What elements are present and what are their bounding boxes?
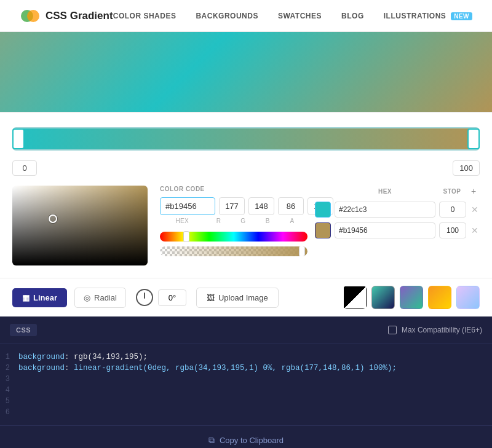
code-val-1: rgb(34,193,195); [74, 353, 148, 361]
radial-icon: ◎ [84, 293, 90, 302]
b-label: B [257, 218, 278, 224]
color-picker-row: COLOR CODE HEX R G B A [12, 186, 480, 265]
line-num-6: 6 [0, 408, 18, 417]
b-input[interactable] [278, 197, 304, 215]
alpha-slider[interactable] [160, 246, 308, 256]
slider-stop-right[interactable] [467, 128, 480, 149]
line-code-1: background: rgb(34,193,195); [18, 353, 148, 361]
stops-header: HEX STOP + [315, 186, 480, 197]
linear-label: Linear [33, 293, 57, 302]
line-code-3 [18, 375, 23, 383]
stop-swatch-2[interactable] [315, 222, 331, 238]
main-card: 0 100 COLOR CODE HEX R G B A [0, 112, 492, 278]
hue-thumb[interactable] [183, 231, 189, 242]
input-labels-row: HEX R G B A [160, 218, 303, 224]
line-num-3: 3 [0, 375, 18, 383]
range-end-label[interactable]: 100 [453, 160, 480, 176]
preset-thumb-4[interactable] [428, 286, 451, 309]
css-line-6: 6 [0, 407, 492, 418]
stop-value-2[interactable] [439, 222, 466, 238]
logo-icon [20, 6, 39, 26]
compat-checkbox[interactable] [388, 326, 397, 334]
new-badge: NEW [451, 12, 472, 20]
g-label: G [232, 218, 253, 224]
logo-link[interactable]: CSS Gradient [20, 6, 113, 26]
upload-image-button[interactable]: 🖼 Upload Image [196, 288, 279, 308]
stop-remove-1[interactable]: ✕ [470, 203, 480, 216]
preset-thumb-1[interactable] [343, 286, 367, 309]
copy-to-clipboard-button[interactable]: ⧉ Copy to Clipboard [208, 435, 284, 446]
linear-icon: ▦ [22, 293, 30, 302]
saturation-picker[interactable] [12, 186, 148, 265]
nav-blog[interactable]: BLOG [341, 12, 364, 20]
code-prop-2: background [18, 364, 65, 372]
stop-swatch-1[interactable] [315, 202, 331, 218]
line-code-5 [18, 397, 23, 406]
css-tab[interactable]: CSS [10, 324, 37, 336]
stop-row: ✕ [315, 202, 480, 218]
svg-point-1 [27, 10, 39, 22]
color-code-section: COLOR CODE HEX R G B A [160, 186, 303, 256]
preset-thumb-2[interactable] [371, 286, 395, 309]
color-inputs-row [160, 197, 303, 215]
hex-label: HEX [160, 218, 205, 224]
stop-remove-2[interactable]: ✕ [470, 224, 480, 237]
css-line-4: 4 [0, 385, 492, 396]
r-input[interactable] [219, 197, 245, 215]
line-num-5: 5 [0, 397, 18, 406]
logo-text: CSS Gradient [46, 10, 113, 22]
css-code-area: 1 background: rgb(34,193,195); 2 backgro… [0, 344, 492, 425]
preset-thumbnails [343, 286, 480, 309]
line-num-4: 4 [0, 386, 18, 395]
code-prop-1: background [18, 353, 65, 361]
hue-slider[interactable] [160, 232, 308, 242]
alpha-thumb[interactable] [299, 246, 305, 256]
hex-input[interactable] [160, 197, 215, 215]
stops-plus-col: + [467, 186, 480, 197]
slider-stop-left[interactable] [12, 128, 25, 149]
angle-input[interactable] [158, 289, 186, 306]
css-line-1: 1 background: rgb(34,193,195); [0, 352, 492, 363]
preset-thumb-3[interactable] [400, 286, 423, 309]
color-stops-section: HEX STOP + ✕ ✕ [315, 186, 480, 243]
saturation-cursor[interactable] [49, 214, 57, 223]
angle-circle[interactable] [136, 289, 153, 306]
range-start-label[interactable]: 0 [12, 160, 37, 176]
stops-stop-col-label: STOP [437, 188, 467, 195]
css-header: CSS Max Compatibility (IE6+) [0, 316, 492, 344]
add-stop-button[interactable]: + [471, 186, 476, 196]
nav-swatches[interactable]: SWATCHES [278, 12, 322, 20]
css-line-3: 3 [0, 374, 492, 385]
nav-color-shades[interactable]: COLOR SHADES [113, 12, 177, 20]
stops-hex-col-label: HEX [333, 188, 437, 195]
nav-illustrations[interactable]: ILLUSTRATIONS NEW [384, 12, 472, 20]
header: CSS Gradient COLOR SHADES BACKGROUNDS SW… [0, 0, 492, 32]
stop-row: ✕ [315, 222, 480, 238]
r-label: R [208, 218, 229, 224]
preset-thumb-5[interactable] [456, 286, 480, 309]
stop-hex-1[interactable] [335, 202, 435, 218]
range-labels: 0 100 [12, 160, 480, 176]
color-code-label: COLOR CODE [160, 186, 303, 192]
g-input[interactable] [248, 197, 274, 215]
max-compat-row: Max Compatibility (IE6+) [388, 326, 482, 334]
copy-label: Copy to Clipboard [220, 436, 284, 445]
upload-label: Upload Image [218, 293, 268, 302]
alpha-gradient [160, 246, 308, 256]
angle-picker [136, 289, 186, 306]
nav-backgrounds[interactable]: BACKGROUNDS [196, 12, 258, 20]
gradient-track[interactable] [12, 127, 480, 151]
angle-line [144, 293, 145, 299]
main-nav: COLOR SHADES BACKGROUNDS SWATCHES BLOG I… [113, 12, 472, 20]
radial-type-button[interactable]: ◎ Radial [74, 288, 126, 308]
stop-value-1[interactable] [439, 202, 466, 218]
gradient-preview [0, 32, 492, 112]
css-section: CSS Max Compatibility (IE6+) 1 backgroun… [0, 316, 492, 448]
code-fn-2: linear-gradient(0deg, rgba(34,193,195,1)… [74, 364, 397, 372]
line-code-4 [18, 386, 23, 395]
upload-icon: 🖼 [207, 293, 215, 302]
linear-type-button[interactable]: ▦ Linear [12, 288, 67, 307]
copy-bar: ⧉ Copy to Clipboard [0, 425, 492, 448]
css-line-2: 2 background: linear-gradient(0deg, rgba… [0, 363, 492, 374]
stop-hex-2[interactable] [335, 222, 435, 238]
